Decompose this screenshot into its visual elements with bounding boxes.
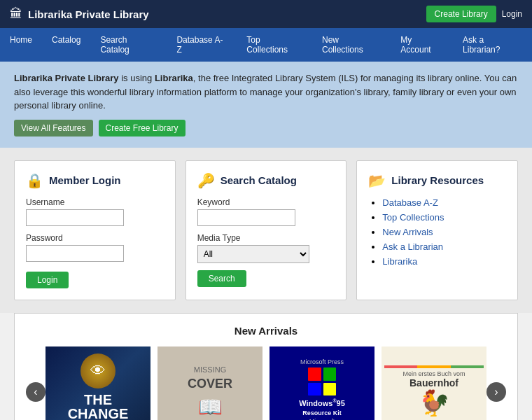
windows-logo [308, 368, 336, 396]
bauernhof-subtitle: Mein erstes Buch vom [402, 370, 465, 377]
new-arrivals-section: New Arrivals ‹ 👁 THECHANGE KRISTIN LANGE… [14, 313, 518, 421]
book-outline-icon: 📖 [198, 396, 223, 419]
books-carousel: ‹ 👁 THECHANGE KRISTIN LANGE MISSING COVE… [26, 346, 506, 421]
win95-subtitle: Microsoft [309, 418, 335, 420]
bird-icon: 🐓 [419, 388, 450, 418]
resource-link-ask-librarian[interactable]: Ask a Librarian [382, 241, 443, 252]
new-arrivals-title: New Arrivals [26, 325, 506, 337]
username-group: Username [26, 197, 164, 226]
folder-icon: 📂 [368, 172, 386, 189]
book-item-the-change[interactable]: 👁 THECHANGE KRISTIN LANGE [46, 346, 150, 421]
book-item-windows95[interactable]: Microsoft Press Windows®95Resource Kit M… [270, 346, 374, 421]
list-item: Librarika [382, 256, 506, 267]
media-type-select[interactable]: All Book DVD CD Magazine [197, 245, 309, 263]
nav-top-collections[interactable]: Top Collections [237, 28, 312, 62]
nav-home[interactable]: Home [0, 28, 42, 62]
eye-icon: 👁 [90, 362, 106, 380]
search-catalog-panel: 🔑 Search Catalog Keyword Media Type All … [186, 160, 347, 300]
list-item: Ask a Librarian [382, 241, 506, 252]
view-features-button[interactable]: View All Features [14, 120, 93, 136]
header: 🏛 Librarika Private Library Create Libra… [0, 0, 532, 28]
missing-label: MISSING [194, 365, 226, 374]
nav-my-account[interactable]: My Account [391, 28, 453, 62]
header-right: Create Library Login [426, 6, 522, 22]
search-key-icon: 🔑 [197, 172, 215, 189]
search-button[interactable]: Search [197, 270, 246, 287]
banner-org-name: Librarika Private Library [14, 73, 119, 83]
lock-icon: 🔒 [26, 172, 43, 189]
password-group: Password [26, 233, 164, 262]
nav-catalog[interactable]: Catalog [42, 28, 90, 62]
login-button[interactable]: Login [502, 9, 522, 19]
nav-search-catalog[interactable]: Search Catalog [90, 28, 167, 62]
resource-link-librarika[interactable]: Librarika [382, 256, 417, 267]
main-panels: 🔒 Member Login Username Password Login 🔑… [0, 148, 532, 313]
book-publisher: Microsoft Press [300, 358, 344, 365]
header-left: 🏛 Librarika Private Library [10, 7, 149, 22]
login-submit-button[interactable]: Login [26, 272, 69, 288]
site-title: Librarika Private Library [28, 8, 149, 20]
bauernhof-title: Bauernhof [410, 377, 458, 388]
resource-link-database-az[interactable]: Database A-Z [382, 197, 438, 208]
resource-link-top-collections[interactable]: Top Collections [382, 212, 444, 223]
list-item: New Arrivals [382, 227, 506, 237]
member-login-title: 🔒 Member Login [26, 172, 164, 189]
username-input[interactable] [26, 209, 124, 226]
password-label: Password [26, 233, 164, 243]
nav-ask-librarian[interactable]: Ask a Librarian? [453, 28, 532, 62]
banner-brand: Librarika [155, 73, 193, 83]
library-icon: 🏛 [10, 7, 22, 22]
book-item-bauernhof[interactable]: Mein erstes Buch vom Bauernhof 🐓 [382, 346, 486, 421]
search-catalog-title: 🔑 Search Catalog [197, 172, 335, 189]
banner-buttons: View All Features Create Free Library [14, 120, 518, 136]
resource-link-new-arrivals[interactable]: New Arrivals [382, 227, 433, 237]
book-item-missing-cover[interactable]: MISSING COVER 📖 [158, 346, 262, 421]
password-input[interactable] [26, 245, 124, 262]
library-resources-panel: 📂 Library Resources Database A-Z Top Col… [356, 160, 518, 300]
create-library-button[interactable]: Create Library [426, 6, 496, 22]
bauernhof-stripe [384, 365, 484, 368]
keyword-group: Keyword [197, 197, 335, 226]
book-cover-art: 👁 [80, 354, 115, 388]
banner: Librarika Private Library is using Libra… [0, 62, 532, 148]
missing-cover-text: COVER [188, 377, 232, 391]
member-login-panel: 🔒 Member Login Username Password Login [14, 160, 176, 300]
resources-list: Database A-Z Top Collections New Arrival… [368, 197, 506, 267]
media-type-label: Media Type [197, 233, 335, 243]
keyword-label: Keyword [197, 197, 335, 207]
list-item: Top Collections [382, 212, 506, 223]
books-list: 👁 THECHANGE KRISTIN LANGE MISSING COVER … [46, 346, 486, 421]
keyword-input[interactable] [197, 209, 295, 226]
library-resources-title: 📂 Library Resources [368, 172, 506, 189]
carousel-prev-button[interactable]: ‹ [26, 382, 46, 402]
main-nav: Home Catalog Search Catalog Database A-Z… [0, 28, 532, 62]
list-item: Database A-Z [382, 197, 506, 208]
banner-text: Librarika Private Library is using Libra… [14, 71, 518, 113]
carousel-next-button[interactable]: › [486, 382, 506, 402]
win95-title: Windows®95Resource Kit [299, 398, 345, 417]
book-title: THECHANGE [68, 393, 129, 420]
create-free-library-button[interactable]: Create Free Library [99, 120, 186, 136]
username-label: Username [26, 197, 164, 207]
nav-database-az[interactable]: Database A-Z [167, 28, 237, 62]
nav-new-collections[interactable]: New Collections [312, 28, 391, 62]
